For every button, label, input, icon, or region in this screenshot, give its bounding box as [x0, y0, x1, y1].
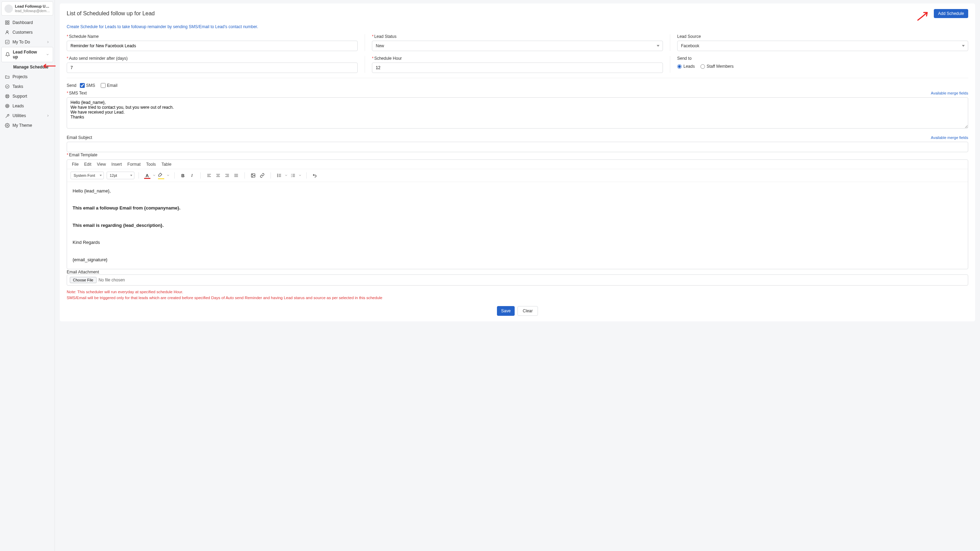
image-button[interactable] [249, 171, 257, 180]
col-schedule-hour: *Schedule Hour [372, 56, 670, 73]
email-subject-input[interactable] [67, 142, 968, 152]
align-left-button[interactable] [205, 171, 213, 180]
add-schedule-button[interactable]: Add Schedule [934, 9, 968, 18]
nav-projects[interactable]: Projects [2, 72, 53, 82]
user-card[interactable]: Lead Followup User lead_followup@demo... [2, 2, 53, 16]
email-subject-label-row: Email Subject Available merge fields [67, 135, 968, 142]
label-send-to: Send to [677, 56, 968, 61]
nav-customers[interactable]: Customers [2, 27, 53, 37]
auto-send-days-input[interactable] [67, 62, 358, 73]
nav-dashboard[interactable]: Dashboard [2, 18, 53, 27]
user-info: Lead Followup User lead_followup@demo... [15, 4, 50, 13]
label-schedule-hour: *Schedule Hour [372, 56, 663, 61]
editor-body[interactable]: Hello {lead_name}, This email a followup… [67, 182, 968, 269]
text-color-button[interactable]: A [143, 171, 151, 180]
nav-label: My Theme [13, 123, 32, 128]
menu-tools[interactable]: Tools [146, 162, 156, 167]
merge-fields-link-email[interactable]: Available merge fields [931, 135, 968, 140]
undo-button[interactable] [311, 171, 319, 180]
menu-view[interactable]: View [97, 162, 106, 167]
radio-staff[interactable]: Staff Members [700, 64, 734, 69]
bullet-list-dropdown[interactable] [284, 171, 288, 180]
send-to-radio-group: Leads Staff Members [677, 62, 968, 69]
align-center-button[interactable] [214, 171, 222, 180]
nav-support[interactable]: Support [2, 91, 53, 101]
menu-file[interactable]: File [72, 162, 78, 167]
nav-label: Customers [13, 30, 33, 35]
save-button[interactable]: Save [497, 306, 515, 316]
nav-label: Leads [13, 104, 24, 108]
align-right-button[interactable] [223, 171, 231, 180]
send-label: Send [67, 83, 76, 88]
bullet-list-button[interactable] [275, 171, 283, 180]
svg-rect-1 [8, 21, 9, 22]
svg-point-16 [277, 175, 278, 175]
send-email-option[interactable]: Email [101, 83, 118, 88]
svg-rect-5 [6, 40, 10, 44]
editor-menubar: File Edit View Insert Format Tools Table [67, 160, 968, 169]
clear-button[interactable]: Clear [517, 306, 538, 316]
lead-source-select[interactable]: Facebook [677, 41, 968, 51]
menu-insert[interactable]: Insert [111, 162, 122, 167]
svg-rect-2 [8, 23, 9, 24]
font-family-select[interactable]: System Font [70, 172, 104, 179]
nav-utilities[interactable]: Utilities [2, 111, 53, 121]
bg-color-dropdown[interactable] [166, 171, 170, 180]
svg-point-14 [252, 174, 253, 175]
menu-edit[interactable]: Edit [84, 162, 91, 167]
form-actions: Save Clear [67, 306, 968, 316]
nav-leads[interactable]: Leads [2, 101, 53, 111]
annotation-arrow-icon [916, 10, 930, 21]
col-schedule-name: *Schedule Name [67, 34, 365, 51]
chevron-down-icon [46, 53, 49, 56]
send-sms-option[interactable]: SMS [80, 83, 95, 88]
label-email-template: *Email Template [67, 153, 98, 158]
dashboard-icon [5, 20, 10, 25]
svg-point-8 [6, 96, 8, 97]
link-button[interactable] [258, 171, 266, 180]
help-link[interactable]: Create Schedule for Leads to take follow… [67, 24, 968, 29]
nav-leadfollowup[interactable]: Lead Follow up [2, 47, 53, 62]
bg-color-button[interactable] [157, 171, 165, 180]
nav-tasks[interactable]: Tasks [2, 82, 53, 91]
nav-mytodo[interactable]: My To Do [2, 37, 53, 47]
svg-point-11 [7, 106, 7, 106]
label-sms-text: *SMS Text [67, 91, 87, 96]
lead-status-select[interactable]: New [372, 41, 663, 51]
life-ring-icon [5, 94, 10, 99]
schedule-hour-input[interactable] [372, 62, 663, 73]
main: List of Scheduled follow up for Lead Add… [55, 0, 980, 551]
schedule-name-input[interactable] [67, 41, 358, 51]
col-lead-status: *Lead Status New [372, 34, 670, 51]
radio-staff-input[interactable] [700, 64, 705, 69]
chevron-right-icon [46, 114, 50, 118]
label-auto-send-days: *Auto send reminder after (days) [67, 56, 358, 61]
sms-text-textarea[interactable] [67, 97, 968, 129]
avatar [5, 5, 13, 13]
merge-fields-link-sms[interactable]: Available merge fields [931, 91, 968, 95]
nav-mytheme[interactable]: My Theme [2, 121, 53, 130]
attachment-box: Choose File No file chosen [67, 274, 968, 285]
annotation-arrow-icon [42, 64, 56, 68]
svg-point-4 [6, 31, 8, 33]
font-size-select[interactable]: 12pt [107, 172, 134, 179]
radio-leads-input[interactable] [677, 64, 682, 69]
checkbox-email[interactable] [101, 83, 105, 88]
note-line-2: SMS/Email will be triggered only for tha… [67, 295, 968, 301]
bold-button[interactable]: B [179, 171, 187, 180]
menu-format[interactable]: Format [127, 162, 141, 167]
align-justify-button[interactable] [232, 171, 240, 180]
svg-point-6 [6, 85, 10, 89]
italic-button[interactable]: I [188, 171, 196, 180]
choose-file-button[interactable]: Choose File [70, 277, 97, 283]
label-lead-status: *Lead Status [372, 34, 663, 39]
text-color-dropdown[interactable] [152, 171, 156, 180]
nav-sub-manage-schedule[interactable]: Manage Schedule [2, 62, 53, 72]
col-send-to: Send to Leads Staff Members [677, 56, 968, 73]
radio-leads[interactable]: Leads [677, 64, 695, 69]
nav-label: Projects [13, 74, 27, 79]
numbered-list-button[interactable]: 123 [289, 171, 297, 180]
numbered-list-dropdown[interactable] [298, 171, 302, 180]
checkbox-sms[interactable] [80, 83, 85, 88]
menu-table[interactable]: Table [161, 162, 172, 167]
